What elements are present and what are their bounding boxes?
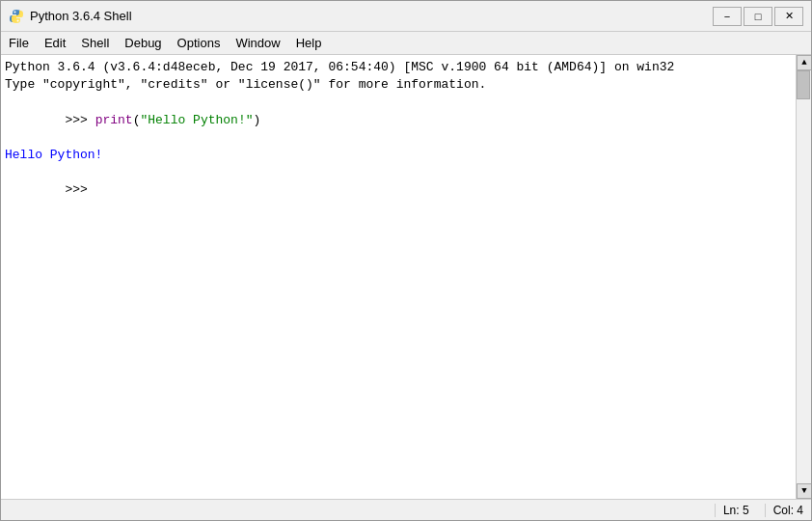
prompt1: >>>	[65, 113, 95, 127]
main-window: Python 3.6.4 Shell − □ ✕ File Edit Shell…	[0, 0, 812, 521]
col-number: Col: 4	[765, 504, 803, 517]
menu-file[interactable]: File	[1, 32, 37, 54]
app-icon	[9, 9, 24, 24]
maximize-button[interactable]: □	[744, 7, 772, 26]
menu-debug[interactable]: Debug	[117, 32, 169, 54]
window-title: Python 3.6.4 Shell	[30, 9, 713, 23]
status-bar: Ln: 5 Col: 4	[1, 499, 811, 520]
code-keyword: print	[95, 113, 133, 127]
startup-line2: Type "copyright", "credits" or "license(…	[5, 76, 792, 94]
prompt-line: >>>	[5, 164, 792, 217]
svg-point-1	[17, 19, 19, 21]
menu-bar: File Edit Shell Debug Options Window Hel…	[1, 32, 811, 55]
minimize-button[interactable]: −	[713, 7, 742, 26]
menu-window[interactable]: Window	[228, 32, 287, 54]
title-bar: Python 3.6.4 Shell − □ ✕	[1, 1, 811, 32]
code-paren-close: )	[254, 113, 261, 127]
shell-output[interactable]: Python 3.6.4 (v3.6.4:d48eceb, Dec 19 201…	[1, 55, 796, 499]
command-line: >>> print("Hello Python!")	[5, 94, 792, 147]
menu-shell[interactable]: Shell	[73, 32, 117, 54]
scroll-up-button[interactable]: ▲	[797, 55, 811, 70]
menu-options[interactable]: Options	[170, 32, 229, 54]
menu-edit[interactable]: Edit	[37, 32, 73, 54]
scrollbar-thumb[interactable]	[797, 70, 810, 99]
prompt2: >>>	[65, 182, 95, 197]
output-line: Hello Python!	[5, 147, 792, 164]
scrollbar: ▲ ▼	[796, 55, 811, 499]
svg-point-0	[14, 11, 16, 13]
menu-help[interactable]: Help	[288, 32, 330, 54]
content-area: Python 3.6.4 (v3.6.4:d48eceb, Dec 19 201…	[1, 55, 811, 499]
window-controls: − □ ✕	[713, 7, 803, 26]
scrollbar-track[interactable]	[797, 70, 811, 483]
close-button[interactable]: ✕	[774, 7, 803, 26]
startup-line1: Python 3.6.4 (v3.6.4:d48eceb, Dec 19 201…	[5, 59, 792, 76]
scroll-down-button[interactable]: ▼	[797, 483, 811, 499]
line-number: Ln: 5	[715, 504, 749, 517]
code-string: "Hello Python!"	[140, 113, 253, 127]
